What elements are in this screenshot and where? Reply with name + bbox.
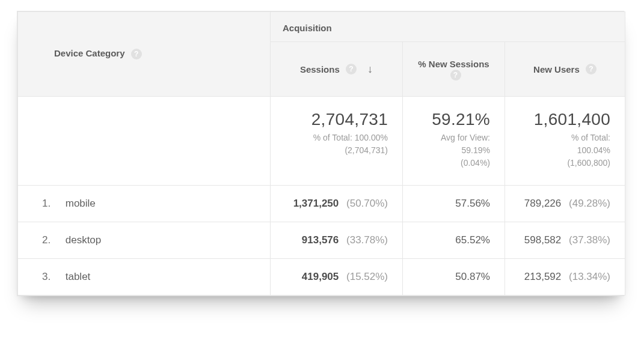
summary-pct-sub2: 59.19% xyxy=(462,145,490,155)
pct-new-value: 65.52% xyxy=(455,234,490,246)
summary-pct-new-value: 59.21% xyxy=(417,110,490,129)
summary-row: 2,704,731 % of Total: 100.00% (2,704,731… xyxy=(18,96,625,185)
new-users-value: 789,226 xyxy=(524,198,561,209)
new-users-value: 213,592 xyxy=(524,271,561,282)
row-index: 2. xyxy=(42,234,63,246)
summary-sessions-value: 2,704,731 xyxy=(285,110,388,129)
cell-dimension: 2. desktop xyxy=(18,222,271,258)
summary-nu-sub2: 100.04% xyxy=(577,145,610,155)
summary-sessions: 2,704,731 % of Total: 100.00% (2,704,731… xyxy=(271,96,403,185)
header-dimension[interactable]: Device Category xyxy=(18,12,271,97)
header-pct-new-sessions[interactable]: % New Sessions xyxy=(403,42,505,97)
cell-dimension: 3. tablet xyxy=(18,258,271,295)
sessions-value: 419,905 xyxy=(302,271,339,282)
new-users-pct: (37.38%) xyxy=(569,234,610,246)
pct-new-sessions-label: % New Sessions xyxy=(418,59,489,69)
summary-pct-new-sessions: 59.21% Avg for View: 59.19% (0.04%) xyxy=(403,96,505,185)
group-label: Acquisition xyxy=(283,23,332,33)
header-group-acquisition: Acquisition xyxy=(271,12,625,42)
dimension-label: Device Category xyxy=(54,48,125,58)
analytics-table-card: Device Category Acquisition Sessions ↓ %… xyxy=(17,11,624,296)
device-category-value[interactable]: desktop xyxy=(66,234,102,246)
cell-new-users: 213,592 (13.34%) xyxy=(505,258,625,295)
cell-dimension: 1. mobile xyxy=(18,185,271,222)
sessions-value: 913,576 xyxy=(302,234,339,246)
cell-pct-new-sessions: 50.87% xyxy=(403,258,505,295)
new-users-pct: (13.34%) xyxy=(569,271,610,282)
table-row[interactable]: 2. desktop 913,576 (33.78%) 65.52% 598,5… xyxy=(18,222,625,258)
device-category-table: Device Category Acquisition Sessions ↓ %… xyxy=(17,11,625,296)
pct-new-value: 50.87% xyxy=(455,271,490,282)
row-index: 1. xyxy=(42,198,63,210)
summary-sessions-sub2: (2,704,731) xyxy=(345,145,388,155)
summary-pct-sub3: (0.04%) xyxy=(461,158,490,168)
summary-dimension-empty xyxy=(18,96,271,185)
row-index: 3. xyxy=(42,271,63,283)
table-row[interactable]: 1. mobile 1,371,250 (50.70%) 57.56% 789,… xyxy=(18,185,625,222)
new-users-value: 598,582 xyxy=(524,234,561,246)
table-row[interactable]: 3. tablet 419,905 (15.52%) 50.87% 213,59… xyxy=(18,258,625,295)
sessions-pct: (33.78%) xyxy=(346,234,388,246)
summary-new-users: 1,601,400 % of Total: 100.04% (1,600,800… xyxy=(505,96,625,185)
cell-sessions: 913,576 (33.78%) xyxy=(271,222,403,258)
sort-desc-icon[interactable]: ↓ xyxy=(367,64,373,74)
help-icon[interactable] xyxy=(450,70,461,80)
cell-pct-new-sessions: 65.52% xyxy=(403,222,505,258)
cell-sessions: 1,371,250 (50.70%) xyxy=(271,185,403,222)
summary-nu-sub1: % of Total: xyxy=(571,133,610,142)
cell-new-users: 598,582 (37.38%) xyxy=(505,222,625,258)
help-icon[interactable] xyxy=(131,49,142,59)
summary-pct-sub1: Avg for View: xyxy=(441,133,490,142)
help-icon[interactable] xyxy=(586,64,597,74)
new-users-pct: (49.28%) xyxy=(569,198,610,209)
help-icon[interactable] xyxy=(346,64,357,74)
cell-sessions: 419,905 (15.52%) xyxy=(271,258,403,295)
new-users-label: New Users xyxy=(533,64,580,74)
sessions-value: 1,371,250 xyxy=(293,198,339,209)
summary-new-users-value: 1,601,400 xyxy=(520,110,610,129)
device-category-value[interactable]: tablet xyxy=(66,271,91,282)
cell-new-users: 789,226 (49.28%) xyxy=(505,185,625,222)
header-new-users[interactable]: New Users xyxy=(505,42,625,97)
sessions-label: Sessions xyxy=(300,64,340,74)
summary-sessions-sub1: % of Total: 100.00% xyxy=(313,133,388,142)
cell-pct-new-sessions: 57.56% xyxy=(403,185,505,222)
header-sessions[interactable]: Sessions ↓ xyxy=(271,42,403,97)
pct-new-value: 57.56% xyxy=(455,198,490,209)
sessions-pct: (15.52%) xyxy=(346,271,388,282)
device-category-value[interactable]: mobile xyxy=(66,198,96,209)
summary-nu-sub3: (1,600,800) xyxy=(567,158,610,168)
sessions-pct: (50.70%) xyxy=(346,198,388,209)
